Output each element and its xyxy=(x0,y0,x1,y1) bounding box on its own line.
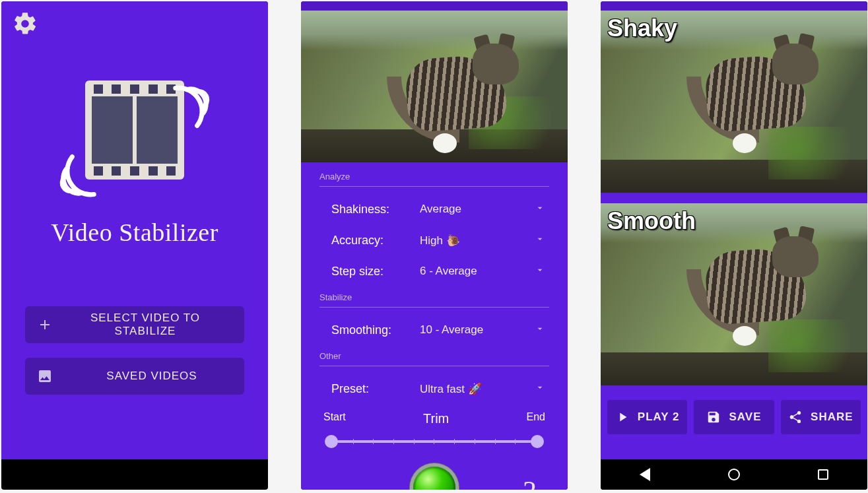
app-logo: Video Stabilizer xyxy=(1,67,268,247)
plus-icon xyxy=(37,317,53,333)
share-button[interactable]: Share xyxy=(781,400,861,434)
start-stabilize-button[interactable] xyxy=(413,467,455,490)
section-stabilize-label: Stabilize xyxy=(319,292,549,302)
nav-home-icon[interactable] xyxy=(728,469,740,480)
video-preview-smooth[interactable]: Smooth xyxy=(601,203,867,385)
section-analyze-label: Analyze xyxy=(319,172,549,181)
trim-start-handle[interactable] xyxy=(325,435,338,448)
save-label: Save xyxy=(729,411,761,424)
trim-start-label: Start xyxy=(323,411,346,426)
nav-back-icon[interactable] xyxy=(640,468,650,481)
gear-icon xyxy=(12,11,38,37)
stepsize-value: 6 - Average xyxy=(420,265,535,278)
phone-screen-result: Shaky Smooth Play 2 Save Share xyxy=(601,1,867,490)
play-label: Play 2 xyxy=(638,411,680,424)
saved-videos-label: Saved videos xyxy=(71,370,232,383)
play-icon xyxy=(615,410,630,424)
select-video-button[interactable]: Select video to stabilize xyxy=(25,306,244,343)
saved-videos-button[interactable]: Saved videos xyxy=(25,358,244,395)
accuracy-dropdown[interactable]: Accuracy: High 🐌 xyxy=(319,226,549,254)
select-video-label: Select video to stabilize xyxy=(58,312,232,338)
stepsize-dropdown[interactable]: Step size: 6 - Average xyxy=(319,257,549,285)
preset-value: Ultra fast 🚀 xyxy=(420,382,535,396)
smoothing-dropdown[interactable]: Smoothing: 10 - Average xyxy=(319,316,549,344)
preset-label: Preset: xyxy=(331,382,420,396)
settings-screen: Analyze Shakiness: Average Accuracy: Hig… xyxy=(301,1,568,490)
share-label: Share xyxy=(811,411,853,424)
shakiness-label: Shakiness: xyxy=(331,203,420,216)
trim-title-label: Trim xyxy=(423,411,449,426)
smooth-label: Smooth xyxy=(607,207,696,235)
preset-dropdown[interactable]: Preset: Ultra fast 🚀 xyxy=(319,375,549,403)
play-button[interactable]: Play 2 xyxy=(607,400,687,434)
section-other-label: Other xyxy=(319,351,549,361)
share-icon xyxy=(788,410,803,424)
help-button[interactable]: ? xyxy=(523,475,536,490)
smoothing-value: 10 - Average xyxy=(420,323,535,337)
video-preview[interactable] xyxy=(301,11,568,162)
accuracy-label: Accuracy: xyxy=(331,234,420,247)
trim-labels: Start Trim End xyxy=(323,411,545,426)
shakiness-value: Average xyxy=(420,203,535,216)
phone-screen-settings: Analyze Shakiness: Average Accuracy: Hig… xyxy=(301,1,568,490)
smoothing-label: Smoothing: xyxy=(331,323,420,337)
android-nav-bar xyxy=(601,459,867,490)
chevron-down-icon xyxy=(535,382,545,395)
accuracy-value: High 🐌 xyxy=(420,234,535,247)
image-icon xyxy=(37,368,53,384)
trim-end-label: End xyxy=(527,411,545,426)
trim-range-slider[interactable] xyxy=(325,434,544,449)
trim-end-handle[interactable] xyxy=(531,435,544,448)
home-screen: Video Stabilizer Select video to stabili… xyxy=(1,1,268,459)
chevron-down-icon xyxy=(535,323,545,337)
phone-screen-home: Video Stabilizer Select video to stabili… xyxy=(1,1,268,490)
save-button[interactable]: Save xyxy=(694,400,774,434)
nav-recent-icon[interactable] xyxy=(818,469,828,480)
video-preview-shaky[interactable]: Shaky xyxy=(601,11,867,193)
settings-button[interactable] xyxy=(12,11,38,40)
app-title: Video Stabilizer xyxy=(51,218,218,247)
chevron-down-icon xyxy=(535,234,545,247)
stepsize-label: Step size: xyxy=(331,265,420,279)
shaky-label: Shaky xyxy=(607,15,677,42)
chevron-down-icon xyxy=(535,265,545,278)
save-icon xyxy=(706,410,721,424)
chevron-down-icon xyxy=(535,203,545,216)
shakiness-dropdown[interactable]: Shakiness: Average xyxy=(319,195,549,223)
result-screen: Shaky Smooth Play 2 Save Share xyxy=(601,1,867,459)
